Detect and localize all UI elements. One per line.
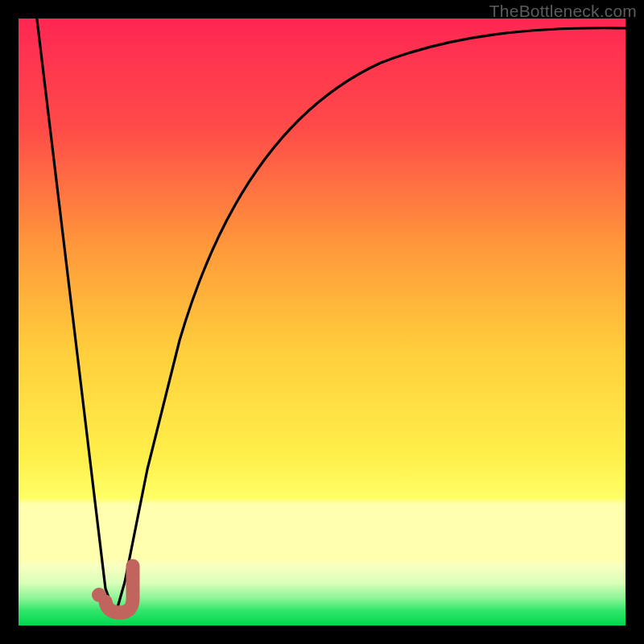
plot-svg [19,19,625,625]
gradient-background [19,19,625,625]
plot-area [19,19,625,625]
optimal-marker-dot [92,588,106,602]
watermark-text: TheBottleneck.com [489,2,637,21]
outer-frame: TheBottleneck.com [0,0,644,644]
